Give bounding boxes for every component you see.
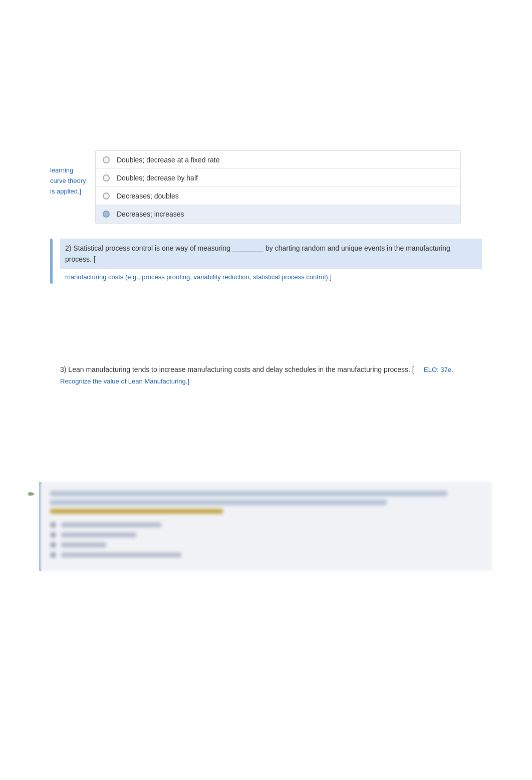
q4-blur-radio-4 [50, 552, 56, 558]
q4-blur-choice-3 [50, 542, 482, 548]
q1-choice-d[interactable]: Decreases; increases [96, 205, 460, 223]
q1-radio-d[interactable] [103, 211, 110, 218]
q2-wrapper: 2) Statistical process control is one wa… [50, 239, 482, 284]
page-container: learning curve theory is applied.] Doubl… [0, 0, 532, 780]
question-2-section: 2) Statistical process control is one wa… [0, 239, 532, 284]
q1-choice-c[interactable]: Decreases; doubles [96, 187, 460, 205]
q3-text: 3) Lean manufacturing tends to increase … [60, 365, 453, 384]
question-4-section: ✏ [0, 482, 532, 571]
q2-elo-container: manufacturing costs (e.g., process proof… [60, 270, 482, 284]
q3-number: 3) [60, 365, 66, 373]
q4-blur-text-3 [61, 542, 106, 547]
q4-blur-radio-3 [50, 542, 56, 548]
q2-body: Statistical process control is one way o… [65, 244, 450, 263]
q1-text-d: Decreases; increases [117, 210, 184, 218]
q1-link-content: learning curve theory is applied.] [50, 165, 90, 197]
q1-choices-wrapper: Doubles; decrease at a fixed rate Double… [95, 150, 461, 224]
q1-choices-container: Doubles; decrease at a fixed rate Double… [95, 150, 532, 224]
q2-elo-link[interactable]: manufacturing costs (e.g., process proof… [65, 273, 332, 281]
q1-text-c: Decreases; doubles [117, 192, 179, 200]
question-1-section: learning curve theory is applied.] Doubl… [0, 150, 532, 224]
q4-pencil-icon[interactable]: ✏ [28, 489, 35, 500]
q1-text-b: Doubles; decrease by half [117, 174, 198, 182]
q1-choice-a[interactable]: Doubles; decrease at a fixed rate [96, 151, 460, 169]
q3-wrapper: 3) Lean manufacturing tends to increase … [50, 364, 482, 386]
q4-blur-elo [50, 509, 223, 514]
q1-radio-a[interactable] [103, 156, 110, 163]
q4-blur-text-1 [61, 522, 161, 527]
spacer-1 [0, 284, 532, 344]
q1-choice-b[interactable]: Doubles; decrease by half [96, 169, 460, 187]
q4-blur-text-4 [61, 552, 181, 557]
q4-blur-radio-2 [50, 532, 56, 538]
q4-blur-text-2 [61, 532, 136, 537]
pencil-icon: ✏ [28, 489, 35, 499]
q2-text: 2) Statistical process control is one wa… [65, 244, 450, 263]
q1-link-text[interactable]: learning curve theory is applied.] [50, 165, 90, 197]
q2-number: 2) [65, 244, 71, 252]
q4-blur-line-2 [50, 500, 387, 505]
q4-blurred-content [40, 482, 492, 571]
q3-body: Lean manufacturing tends to increase man… [68, 365, 414, 373]
q4-blur-choice-1 [50, 522, 482, 528]
q4-blur-line-1 [50, 491, 447, 496]
q4-blur-choice-4 [50, 552, 482, 558]
q4-blur-radio-1 [50, 522, 56, 528]
q2-question-highlight: 2) Statistical process control is one wa… [60, 239, 482, 269]
q1-radio-c[interactable] [103, 192, 110, 200]
q4-blur-choice-2 [50, 532, 482, 538]
q2-highlight-bar [50, 239, 53, 284]
question-3-section: 3) Lean manufacturing tends to increase … [0, 364, 532, 386]
spacer-2 [0, 386, 532, 452]
q1-radio-b[interactable] [103, 174, 110, 181]
q1-text-a: Doubles; decrease at a fixed rate [117, 156, 219, 164]
